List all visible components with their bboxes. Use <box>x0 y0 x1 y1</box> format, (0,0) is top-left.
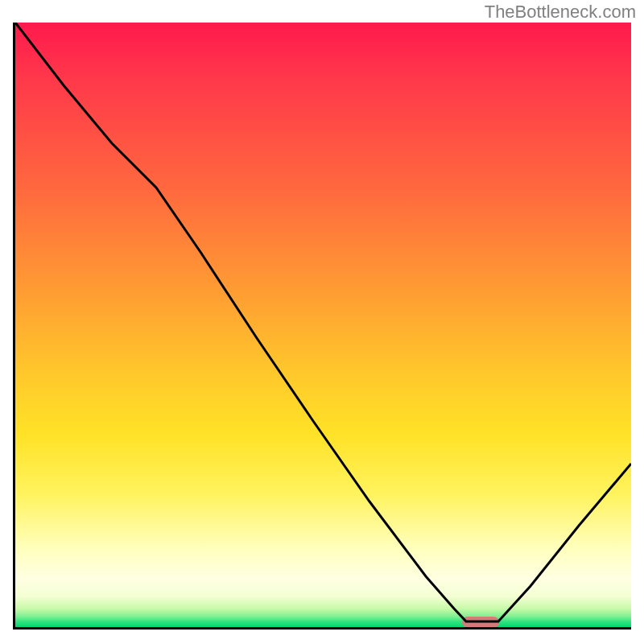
watermark-text: TheBottleneck.com <box>485 2 636 23</box>
curve-svg <box>15 23 631 627</box>
curve-path <box>15 23 631 621</box>
chart-canvas: TheBottleneck.com <box>0 0 644 644</box>
plot-area <box>15 23 631 627</box>
